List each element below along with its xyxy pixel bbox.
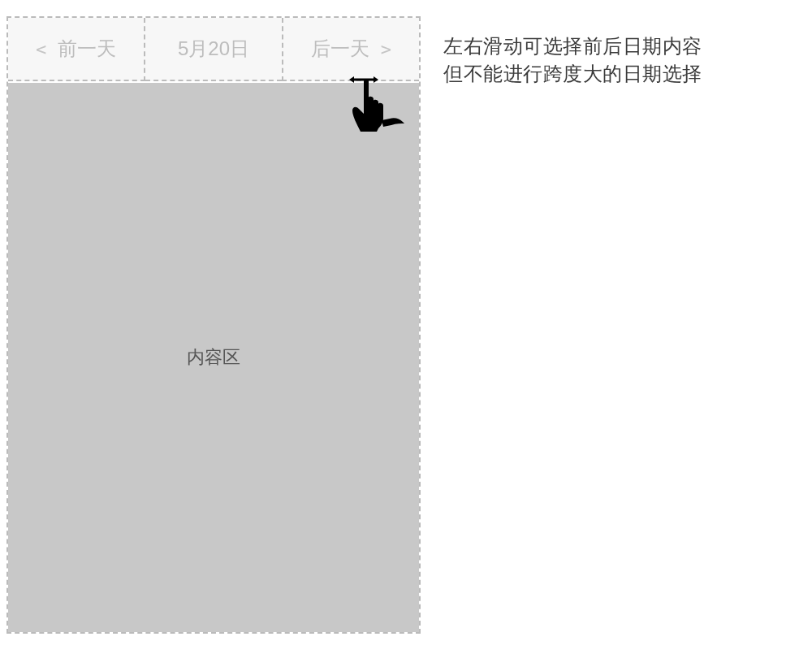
- swipe-gesture-icon: [349, 70, 408, 141]
- chevron-right-icon: >: [381, 39, 391, 59]
- current-date-label: 5月20日: [178, 36, 249, 62]
- current-date-display[interactable]: 5月20日: [145, 18, 281, 81]
- svg-marker-0: [349, 76, 354, 83]
- content-area-label: 内容区: [187, 345, 240, 370]
- annotation-line-1: 左右滑动可选择前后日期内容: [443, 32, 702, 60]
- svg-marker-1: [374, 76, 378, 83]
- next-day-label: 后一天: [311, 36, 369, 62]
- prev-day-button[interactable]: < 前一天: [8, 18, 145, 81]
- prev-day-label: 前一天: [58, 36, 116, 62]
- annotation-line-2: 但不能进行跨度大的日期选择: [443, 60, 702, 88]
- chevron-left-icon: <: [36, 39, 46, 59]
- annotation-text: 左右滑动可选择前后日期内容 但不能进行跨度大的日期选择: [443, 32, 702, 87]
- phone-mockup: < 前一天 5月20日 后一天 > 内容区: [6, 16, 421, 634]
- content-area[interactable]: 内容区: [8, 83, 419, 632]
